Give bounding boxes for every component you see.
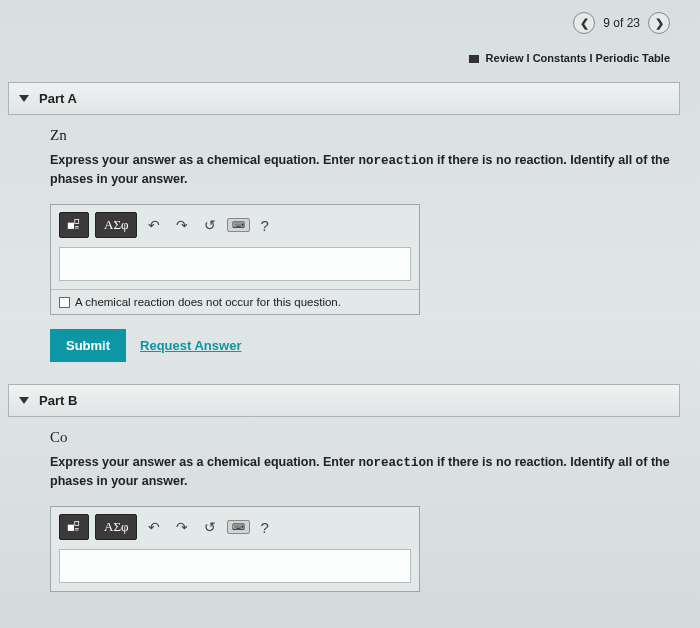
no-reaction-checkbox[interactable] bbox=[59, 297, 70, 308]
part-a-toolbar: ΑΣφ ↶ ↷ ↺ ⌨ ? bbox=[51, 205, 419, 245]
request-answer-link[interactable]: Request Answer bbox=[140, 338, 241, 353]
part-b-toolbar: ΑΣφ ↶ ↷ ↺ ⌨ ? bbox=[51, 507, 419, 547]
part-b-answer-box: ΑΣφ ↶ ↷ ↺ ⌨ ? bbox=[50, 506, 420, 592]
templates-button[interactable] bbox=[59, 212, 89, 238]
next-button[interactable]: ❯ bbox=[648, 12, 670, 34]
part-b-instructions: Express your answer as a chemical equati… bbox=[50, 454, 675, 490]
redo-icon[interactable]: ↷ bbox=[171, 517, 193, 537]
collapse-icon bbox=[19, 397, 29, 404]
no-reaction-row: A chemical reaction does not occur for t… bbox=[51, 289, 419, 314]
part-b-title: Part B bbox=[39, 393, 77, 408]
undo-icon[interactable]: ↶ bbox=[143, 517, 165, 537]
undo-icon[interactable]: ↶ bbox=[143, 215, 165, 235]
part-b-element: Co bbox=[50, 429, 675, 446]
templates-button[interactable] bbox=[59, 514, 89, 540]
part-b-content: Co Express your answer as a chemical equ… bbox=[0, 417, 700, 592]
part-a-title: Part A bbox=[39, 91, 77, 106]
top-pagination: ❮ 9 of 23 ❯ bbox=[573, 12, 670, 34]
svg-rect-5 bbox=[75, 522, 79, 526]
page-position: 9 of 23 bbox=[603, 16, 640, 30]
part-a-input[interactable] bbox=[59, 247, 411, 281]
part-a-content: Zn Express your answer as a chemical equ… bbox=[0, 115, 700, 362]
flag-icon bbox=[469, 55, 479, 63]
reset-icon[interactable]: ↺ bbox=[199, 215, 221, 235]
part-a-instructions: Express your answer as a chemical equati… bbox=[50, 152, 675, 188]
part-a-actions: Submit Request Answer bbox=[50, 329, 675, 362]
svg-rect-4 bbox=[68, 525, 74, 531]
part-a-header[interactable]: Part A bbox=[8, 82, 680, 115]
part-b-input[interactable] bbox=[59, 549, 411, 583]
keyboard-button[interactable]: ⌨ bbox=[227, 218, 250, 232]
collapse-icon bbox=[19, 95, 29, 102]
part-a-answer-box: ΑΣφ ↶ ↷ ↺ ⌨ ? A chemical reaction does n… bbox=[50, 204, 420, 315]
no-reaction-label: A chemical reaction does not occur for t… bbox=[75, 296, 341, 308]
help-button[interactable]: ? bbox=[256, 217, 272, 234]
reset-icon[interactable]: ↺ bbox=[199, 517, 221, 537]
prev-button[interactable]: ❮ bbox=[573, 12, 595, 34]
help-button[interactable]: ? bbox=[256, 519, 272, 536]
review-links[interactable]: Review I Constants I Periodic Table bbox=[469, 52, 670, 64]
keyboard-button[interactable]: ⌨ bbox=[227, 520, 250, 534]
redo-icon[interactable]: ↷ bbox=[171, 215, 193, 235]
part-a-element: Zn bbox=[50, 127, 675, 144]
part-b-header[interactable]: Part B bbox=[8, 384, 680, 417]
submit-button[interactable]: Submit bbox=[50, 329, 126, 362]
greek-button[interactable]: ΑΣφ bbox=[95, 212, 137, 238]
svg-rect-0 bbox=[68, 223, 74, 229]
greek-button[interactable]: ΑΣφ bbox=[95, 514, 137, 540]
svg-rect-1 bbox=[75, 220, 79, 224]
